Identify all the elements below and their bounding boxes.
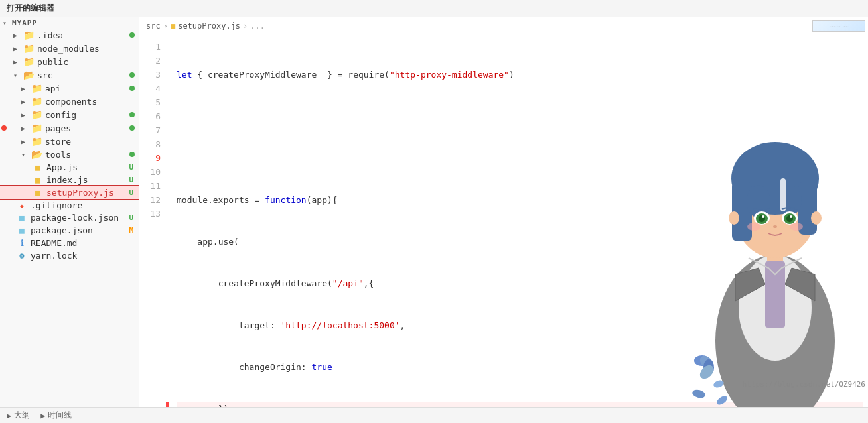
yarn-icon: ⚙ bbox=[16, 251, 28, 261]
crumb-src: src bbox=[146, 21, 161, 30]
item-label: package-lock.json bbox=[31, 213, 129, 223]
status-dot bbox=[129, 86, 135, 91]
sidebar-item-src[interactable]: ▾ 📂 src bbox=[0, 68, 139, 82]
item-label: node_modules bbox=[37, 44, 139, 54]
arrow: ▶ bbox=[21, 125, 31, 132]
crumb-sep2: › bbox=[243, 21, 248, 30]
mini-preview-text: ~~~~~ ~~ bbox=[830, 24, 849, 29]
folder-icon: 📁 bbox=[31, 96, 42, 107]
breadcrumb: src › ■ setupProxy.js › ... bbox=[139, 17, 868, 34]
sidebar-item-gitignore[interactable]: ⬥ .gitignore bbox=[0, 199, 139, 212]
sidebar-item-idea[interactable]: ▶ 📁 .idea bbox=[0, 29, 139, 42]
code-editor[interactable]: 1 2 3 4 5 6 7 8 9 10 11 12 13 let { crea… bbox=[139, 34, 868, 407]
arrow: ▾ bbox=[13, 72, 23, 79]
code-line-8: changeOrigin: true bbox=[177, 360, 863, 374]
item-label: config bbox=[45, 110, 129, 120]
js-file-icon: ■ bbox=[32, 188, 44, 198]
line-num: 13 bbox=[142, 207, 161, 221]
status-dot bbox=[129, 112, 135, 117]
folder-icon: 📁 bbox=[31, 136, 42, 147]
item-label: README.md bbox=[31, 238, 139, 248]
sidebar-item-pages[interactable]: ▶ 📁 pages bbox=[0, 121, 139, 135]
sidebar: ▾ MYAPP ▶ 📁 .idea ▶ 📁 node_modules ▶ 📁 p… bbox=[0, 17, 139, 407]
sidebar-item-api[interactable]: ▶ 📁 api bbox=[0, 82, 139, 95]
line-num: 10 bbox=[142, 165, 161, 179]
status-badge: U bbox=[129, 163, 133, 172]
root-label: MYAPP bbox=[12, 19, 37, 27]
item-label: tools bbox=[45, 150, 129, 160]
error-dot bbox=[1, 125, 7, 131]
code-line-7: target: 'http://localhost:5000', bbox=[177, 318, 863, 332]
item-label: public bbox=[37, 57, 139, 67]
crumb-filename: setupProxy.js bbox=[178, 21, 240, 30]
item-label: .idea bbox=[37, 30, 129, 40]
item-label: package.json bbox=[31, 225, 129, 235]
arrow: ▾ bbox=[21, 151, 31, 158]
sidebar-item-readme[interactable]: ℹ README.md bbox=[0, 237, 139, 249]
folder-icon: 📁 bbox=[31, 109, 42, 120]
line-num: 5 bbox=[142, 95, 161, 109]
sidebar-item-yarn-lock[interactable]: ⚙ yarn.lock bbox=[0, 249, 139, 262]
item-label: src bbox=[37, 70, 129, 80]
status-badge: U bbox=[129, 213, 133, 222]
line-num: 6 bbox=[142, 109, 161, 123]
code-line-3 bbox=[177, 151, 863, 165]
sidebar-item-components[interactable]: ▶ 📁 components bbox=[0, 95, 139, 108]
timeline-section[interactable]: ▶ 时间线 bbox=[40, 410, 72, 421]
arrow: ▶ bbox=[21, 138, 31, 145]
timeline-label: 时间线 bbox=[48, 410, 72, 421]
item-label: pages bbox=[45, 123, 129, 133]
line-num: 8 bbox=[142, 137, 161, 151]
line-num: 3 bbox=[142, 68, 161, 82]
status-dot bbox=[129, 72, 135, 78]
folder-open-icon: 📂 bbox=[31, 149, 42, 160]
sidebar-item-tools[interactable]: ▾ 📂 tools bbox=[0, 148, 139, 161]
status-badge: U bbox=[129, 176, 133, 184]
app-title: 打开的编辑器 bbox=[7, 3, 54, 14]
status-badge: U bbox=[129, 188, 133, 197]
js-file-icon: ■ bbox=[32, 162, 44, 172]
json-icon: ■ bbox=[16, 213, 28, 223]
top-bar: 打开的编辑器 bbox=[0, 0, 868, 17]
sidebar-item-config[interactable]: ▶ 📁 config bbox=[0, 108, 139, 121]
line-num: 9 bbox=[142, 151, 161, 165]
sidebar-item-app-js[interactable]: ■ App.js U bbox=[0, 161, 139, 174]
code-line-5: app.use( bbox=[177, 235, 863, 249]
line-num: 2 bbox=[142, 54, 161, 68]
item-label: components bbox=[45, 97, 139, 107]
line-num: 7 bbox=[142, 123, 161, 137]
sidebar-item-setupproxy-js[interactable]: ■ setupProxy.js U bbox=[0, 186, 139, 199]
json-icon: ■ bbox=[16, 225, 28, 235]
crumb-file-icon: ■ bbox=[171, 21, 175, 30]
item-label: .gitignore bbox=[31, 200, 139, 210]
arrow: ▶ bbox=[13, 45, 23, 52]
sidebar-item-package-lock[interactable]: ■ package-lock.json U bbox=[0, 212, 139, 224]
status-dot bbox=[129, 125, 135, 131]
line-num: 1 bbox=[142, 40, 161, 54]
folder-icon: 📁 bbox=[31, 123, 42, 133]
code-line-4: module.exports = function(app){ bbox=[177, 193, 863, 207]
sidebar-item-node-modules[interactable]: ▶ 📁 node_modules bbox=[0, 42, 139, 55]
outline-label: 大纲 bbox=[14, 410, 30, 421]
folder-open-icon: 📂 bbox=[23, 70, 35, 80]
arrow: ▶ bbox=[21, 85, 31, 92]
arrow: ▶ bbox=[21, 98, 31, 105]
item-label: index.js bbox=[46, 175, 129, 185]
sidebar-item-public[interactable]: ▶ 📁 public bbox=[0, 55, 139, 68]
sidebar-item-index-js[interactable]: ■ index.js U bbox=[0, 174, 139, 186]
sidebar-item-package-json[interactable]: ■ package.json M bbox=[0, 224, 139, 237]
line-num: 11 bbox=[142, 179, 161, 193]
sidebar-root[interactable]: ▾ MYAPP bbox=[0, 17, 139, 29]
folder-icon: 📁 bbox=[31, 83, 42, 93]
outline-section[interactable]: ▶ 大纲 bbox=[7, 410, 30, 421]
sidebar-item-store[interactable]: ▶ 📁 store bbox=[0, 135, 139, 148]
folder-icon: 📁 bbox=[23, 43, 35, 54]
root-arrow: ▾ bbox=[3, 19, 12, 27]
code-line-6: createProxyMiddleware("/api",{ bbox=[177, 276, 863, 290]
item-label: yarn.lock bbox=[31, 251, 139, 261]
status-bar: ▶ 大纲 ▶ 时间线 bbox=[0, 407, 868, 423]
folder-icon: 📁 bbox=[23, 56, 35, 67]
crumb-sep1: › bbox=[163, 21, 168, 30]
code-content[interactable]: let { createProxyMiddleware } = require(… bbox=[166, 34, 868, 407]
watermark: https://blog.csdn.net/QZ9426 bbox=[743, 380, 865, 389]
